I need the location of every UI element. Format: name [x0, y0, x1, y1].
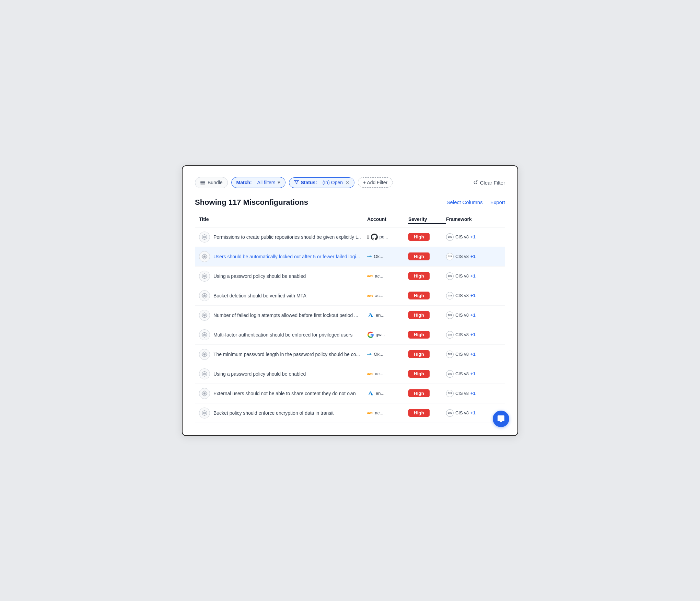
framework-name: CIS v8	[455, 332, 469, 337]
row-severity: High	[408, 252, 446, 260]
account-name: en...	[376, 391, 384, 396]
select-columns-button[interactable]: Select Columns	[447, 199, 483, 205]
misconfiguration-icon	[199, 251, 210, 262]
row-framework: CIS CIS v8 +1	[446, 233, 501, 241]
row-title-text: Permissions to create public repositorie…	[213, 234, 361, 240]
row-framework: CIS CIS v8 +1	[446, 390, 501, 397]
svg-rect-1	[200, 182, 205, 183]
row-severity: High	[408, 233, 446, 241]
severity-badge: High	[408, 252, 430, 260]
misconfiguration-icon	[199, 349, 210, 360]
toolbar: Bundle Match: All filters ▾ Status: (In)…	[195, 177, 505, 188]
row-framework: CIS CIS v8 +1	[446, 311, 501, 319]
clear-filter-button[interactable]: ↺ Clear Filter	[473, 179, 505, 186]
account-name: ac...	[375, 371, 383, 376]
cis-logo: CIS	[446, 331, 454, 339]
svg-rect-0	[200, 181, 205, 182]
okta-icon: okta	[367, 353, 372, 356]
row-severity: High	[408, 370, 446, 378]
severity-badge: High	[408, 409, 430, 417]
row-title-text: Using a password policy should be enable…	[213, 371, 306, 377]
chevron-down-icon: ▾	[278, 179, 280, 186]
table-body: Permissions to create public repositorie…	[195, 227, 505, 423]
summary-title: Showing 117 Misconfigurations	[195, 198, 308, 207]
misconfiguration-icon	[199, 329, 210, 340]
row-title-text[interactable]: Users should be automatically locked out…	[213, 254, 360, 259]
severity-badge: High	[408, 389, 430, 397]
cis-logo: CIS	[446, 370, 454, 378]
close-status-icon[interactable]: ✕	[346, 180, 349, 185]
table-row[interactable]: Number of failed login attempts allowed …	[195, 306, 505, 325]
add-filter-button[interactable]: + Add Filter	[358, 177, 393, 188]
account-name: ac...	[375, 293, 383, 298]
severity-badge: High	[408, 292, 430, 299]
bundle-chip[interactable]: Bundle	[195, 177, 228, 188]
match-chip[interactable]: Match: All filters ▾	[231, 177, 285, 188]
framework-plus: +1	[470, 410, 476, 415]
col-account: Account	[367, 216, 408, 224]
aws-icon: aws	[367, 411, 373, 415]
table-row[interactable]: Multi-factor authentication should be en…	[195, 325, 505, 345]
cis-logo: CIS	[446, 292, 454, 299]
framework-name: CIS v8	[455, 254, 469, 259]
row-title: Bucket policy should enforce encryption …	[199, 408, 367, 419]
framework-name: CIS v8	[455, 352, 469, 357]
row-account: okta Ok...	[367, 352, 408, 357]
table-row[interactable]: Bucket deletion should be verified with …	[195, 286, 505, 306]
table-row[interactable]: External users should not be able to sha…	[195, 384, 505, 403]
row-framework: CIS CIS v8 +1	[446, 253, 501, 260]
severity-badge: High	[408, 311, 430, 319]
row-framework: CIS CIS v8 +1	[446, 351, 501, 358]
framework-name: CIS v8	[455, 273, 469, 279]
table-row[interactable]: Users should be automatically locked out…	[195, 247, 505, 267]
svg-point-58	[204, 373, 205, 374]
main-window: Bundle Match: All filters ▾ Status: (In)…	[182, 165, 518, 436]
severity-badge: High	[408, 331, 430, 339]
azure-icon	[367, 390, 374, 397]
export-button[interactable]: Export	[490, 199, 505, 205]
cis-logo: CIS	[446, 390, 454, 397]
cis-logo: CIS	[446, 253, 454, 260]
row-title-text: Using a password policy should be enable…	[213, 273, 306, 279]
row-severity: High	[408, 350, 446, 358]
bundle-icon	[200, 179, 206, 186]
svg-rect-2	[200, 184, 205, 185]
row-title-text: External users should not be able to sha…	[213, 391, 356, 396]
row-title-text: Multi-factor authentication should be en…	[213, 332, 352, 338]
row-severity: High	[408, 272, 446, 280]
framework-plus: +1	[470, 293, 476, 298]
row-title: Users should be automatically locked out…	[199, 251, 367, 262]
chat-button[interactable]	[493, 411, 509, 427]
row-framework: CIS CIS v8 +1	[446, 272, 501, 280]
table-row[interactable]: The minimum password length in the passw…	[195, 345, 505, 364]
okta-icon: okta	[367, 255, 372, 258]
misconfiguration-icon	[199, 310, 210, 321]
match-value: All filters	[257, 180, 276, 185]
table-row[interactable]: Permissions to create public repositorie…	[195, 227, 505, 247]
account-name: Ok...	[374, 254, 383, 259]
table-header: Title Account Severity Framework	[195, 214, 505, 227]
col-severity: Severity	[408, 216, 446, 224]
svg-point-44	[204, 334, 205, 335]
cis-logo: CIS	[446, 272, 454, 280]
framework-name: CIS v8	[455, 313, 469, 318]
row-account: aws ac...	[367, 410, 408, 415]
status-label: Status:	[301, 180, 317, 185]
cis-logo: CIS	[446, 233, 454, 241]
row-severity: High	[408, 292, 446, 299]
row-framework: CIS CIS v8 +1	[446, 331, 501, 339]
table-row[interactable]: Using a password policy should be enable…	[195, 364, 505, 384]
row-account: gw...	[367, 331, 408, 338]
framework-plus: +1	[470, 391, 476, 396]
misconfiguration-icon	[199, 232, 210, 243]
framework-plus: +1	[470, 234, 476, 239]
github-icon: 	[367, 234, 369, 240]
table-row[interactable]: Using a password policy should be enable…	[195, 267, 505, 286]
status-value: (In) Open	[323, 180, 343, 185]
status-chip[interactable]: Status: (In) Open ✕	[289, 177, 354, 188]
row-framework: CIS CIS v8 +1	[446, 370, 501, 378]
row-title: Using a password policy should be enable…	[199, 271, 367, 282]
table-row[interactable]: Bucket policy should enforce encryption …	[195, 403, 505, 423]
row-severity: High	[408, 389, 446, 397]
misconfiguration-icon	[199, 408, 210, 419]
